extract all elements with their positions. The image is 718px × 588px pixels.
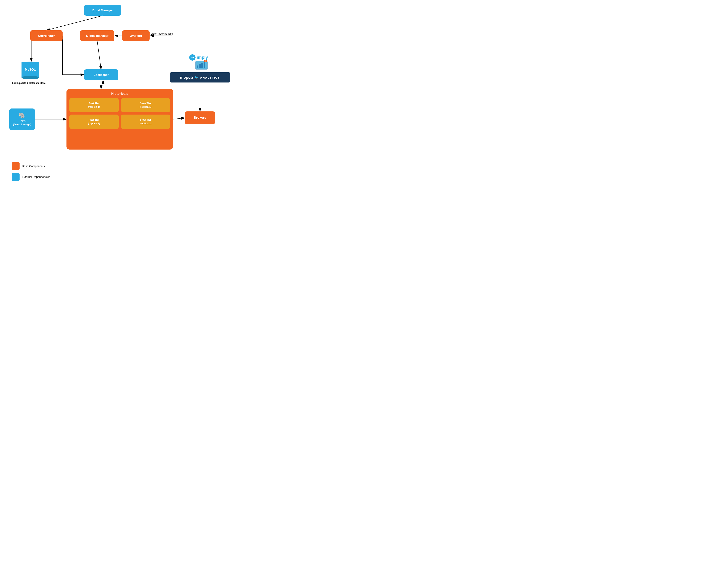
imply-icon: ⇒ bbox=[189, 54, 196, 61]
mopub-bird-icon: 🐦 bbox=[194, 76, 199, 79]
historicals-title: Historicals bbox=[69, 92, 170, 96]
legend-label-external: External Dependencies bbox=[22, 175, 50, 178]
mysql-cylinder: MySQL bbox=[21, 60, 39, 81]
hdfs-label: HDFS(Deep Storage) bbox=[13, 120, 31, 126]
svg-line-2 bbox=[46, 16, 103, 30]
analytics-label: ANALYTICS bbox=[200, 76, 220, 79]
imply-text: imply bbox=[197, 55, 208, 60]
mopub-brand: mopub bbox=[180, 75, 193, 80]
hdfs-node: 🐘 HDFS(Deep Storage) bbox=[9, 108, 35, 130]
legend-box-blue bbox=[12, 173, 20, 181]
diagram-container: Druid Manager Coordinator Middle manager… bbox=[0, 0, 239, 196]
fast-tier-2: Fast Tier(replica 2) bbox=[69, 114, 119, 129]
historicals-grid: Fast Tier(replica 1) Slow Tier(replica 1… bbox=[69, 98, 170, 129]
legend-label-druid: Druid Components bbox=[22, 165, 45, 168]
middle-manager-node: Middle manager bbox=[80, 30, 115, 41]
batch-indexing-label: Batch Indexing jobs bbox=[150, 32, 173, 35]
cylinder-bottom bbox=[21, 76, 39, 79]
fast-tier-1: Fast Tier(replica 1) bbox=[69, 98, 119, 112]
historicals-container: Historicals Fast Tier(replica 1) Slow Ti… bbox=[66, 89, 173, 150]
mopub-analytics-box: mopub 🐦 ANALYTICS bbox=[170, 72, 230, 83]
svg-line-9 bbox=[173, 118, 185, 119]
druid-manager-node: Druid Manager bbox=[84, 5, 121, 16]
mysql-label: MySQL bbox=[25, 68, 36, 71]
svg-rect-13 bbox=[199, 64, 201, 68]
overlord-node: Overlord bbox=[122, 30, 149, 41]
slow-tier-1: Slow Tier(replica 1) bbox=[121, 98, 170, 112]
mysql-sublabel: Lookup data + Metadata Store bbox=[12, 82, 45, 84]
legend-item-external: External Dependencies bbox=[12, 173, 50, 181]
legend: Druid Components External Dependencies bbox=[12, 162, 50, 184]
slow-tier-2: Slow Tier(replica 2) bbox=[121, 114, 170, 129]
svg-rect-15 bbox=[204, 62, 205, 68]
brokers-node: Brokers bbox=[185, 111, 215, 124]
legend-item-druid: Druid Components bbox=[12, 162, 50, 170]
svg-text:$: $ bbox=[205, 60, 206, 62]
chart-icon: $ bbox=[195, 60, 208, 70]
svg-rect-12 bbox=[197, 65, 198, 68]
svg-line-5 bbox=[97, 41, 101, 69]
cylinder-top bbox=[21, 62, 39, 65]
zookeeper-node: Zookeeper bbox=[84, 69, 118, 80]
hadoop-icon: 🐘 bbox=[19, 112, 26, 119]
svg-rect-14 bbox=[201, 63, 203, 68]
legend-box-orange bbox=[12, 162, 20, 170]
coordinator-node: Coordinator bbox=[30, 30, 63, 41]
